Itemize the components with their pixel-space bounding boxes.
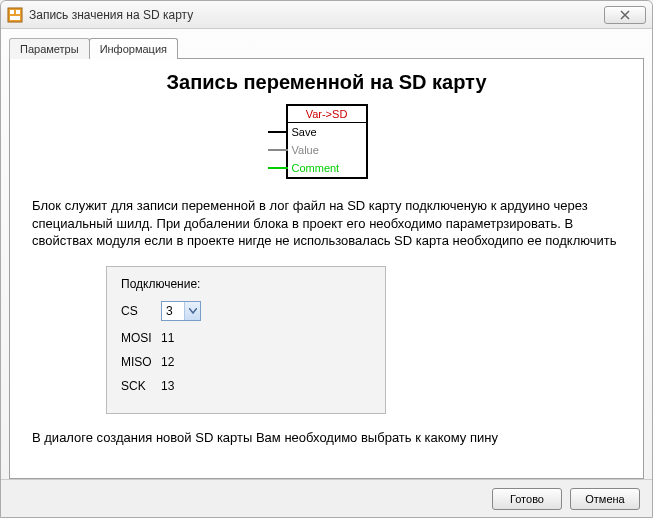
block-pin-save: Save bbox=[288, 123, 366, 141]
pin-label-save: Save bbox=[288, 126, 317, 138]
conn-value-mosi: 11 bbox=[161, 331, 191, 345]
conn-value-sck: 13 bbox=[161, 379, 191, 393]
chevron-down-icon[interactable] bbox=[184, 302, 200, 320]
pin-label-value: Value bbox=[288, 144, 319, 156]
tab-info[interactable]: Информация bbox=[89, 38, 178, 59]
conn-label-cs: CS bbox=[121, 304, 161, 318]
connection-panel: Подключение: CS 3 MOSI 11 MISO 12 SCK bbox=[106, 266, 386, 414]
cs-select-value: 3 bbox=[162, 304, 184, 318]
block-box: Var->SD Save Value Comment bbox=[286, 104, 368, 179]
close-button[interactable] bbox=[604, 6, 646, 24]
tab-content: Запись переменной на SD карту Var->SD Sa… bbox=[9, 58, 644, 479]
tab-strip: Параметры Информация bbox=[9, 38, 644, 59]
block-diagram: Var->SD Save Value Comment bbox=[26, 104, 627, 179]
pin-line-icon bbox=[268, 149, 288, 151]
conn-row-mosi: MOSI 11 bbox=[121, 331, 371, 345]
connection-title: Подключение: bbox=[121, 277, 371, 291]
conn-value-miso: 12 bbox=[161, 355, 191, 369]
pin-line-icon bbox=[268, 167, 288, 169]
button-bar: Готово Отмена bbox=[1, 479, 652, 517]
conn-row-miso: MISO 12 bbox=[121, 355, 371, 369]
svg-rect-1 bbox=[10, 10, 14, 14]
conn-label-miso: MISO bbox=[121, 355, 161, 369]
tab-params[interactable]: Параметры bbox=[9, 38, 90, 59]
conn-row-sck: SCK 13 bbox=[121, 379, 371, 393]
svg-rect-3 bbox=[10, 16, 20, 20]
window-title: Запись значения на SD карту bbox=[29, 8, 604, 22]
svg-rect-2 bbox=[16, 10, 20, 14]
ready-button[interactable]: Готово bbox=[492, 488, 562, 510]
footer-text: В диалоге создания новой SD карты Вам не… bbox=[26, 414, 627, 445]
conn-label-mosi: MOSI bbox=[121, 331, 161, 345]
dialog-window: Запись значения на SD карту Параметры Ин… bbox=[0, 0, 653, 518]
pin-line-icon bbox=[268, 131, 288, 133]
cs-select[interactable]: 3 bbox=[161, 301, 201, 321]
block-pin-comment: Comment bbox=[288, 159, 366, 177]
description-text: Блок служит для записи переменной в лог … bbox=[26, 197, 627, 250]
page-title: Запись переменной на SD карту bbox=[26, 71, 627, 94]
tabs-container: Параметры Информация bbox=[1, 29, 652, 58]
conn-label-sck: SCK bbox=[121, 379, 161, 393]
app-icon bbox=[7, 7, 23, 23]
block-pin-value: Value bbox=[288, 141, 366, 159]
titlebar: Запись значения на SD карту bbox=[1, 1, 652, 29]
pin-label-comment: Comment bbox=[288, 162, 340, 174]
conn-row-cs: CS 3 bbox=[121, 301, 371, 321]
cancel-button[interactable]: Отмена bbox=[570, 488, 640, 510]
block-header: Var->SD bbox=[288, 106, 366, 122]
